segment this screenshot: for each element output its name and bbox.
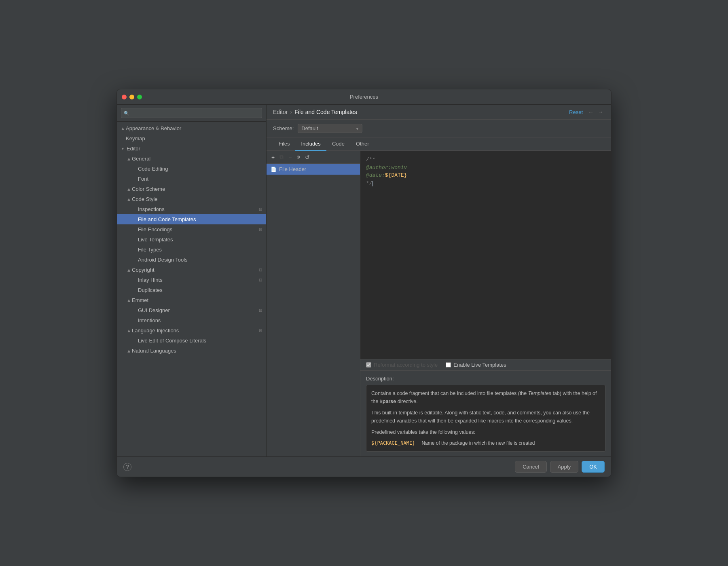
reset-list-button[interactable]: ↺	[303, 153, 311, 161]
scheme-label: Scheme:	[273, 125, 294, 131]
duplicate-button[interactable]: ⊕	[295, 154, 302, 161]
search-wrapper: 🔍	[121, 108, 262, 118]
code-line-2: @author:woniv	[366, 164, 605, 172]
sidebar-item-copyright[interactable]: ▶ Copyright ⊟	[117, 265, 266, 275]
panel-body: + ⧉ − ⊕ ↺ 📄 File Header	[267, 151, 611, 456]
scheme-bar: Scheme: Default ▼	[267, 120, 611, 137]
templates-italic: Templates	[528, 391, 551, 396]
sidebar-item-file-and-code-templates[interactable]: ▶ File and Code Templates	[117, 214, 266, 224]
sidebar-item-label: Editor	[127, 146, 140, 152]
nav-back-button[interactable]: ←	[587, 109, 595, 115]
editor-footer: Reformat according to style Enable Live …	[360, 359, 611, 370]
chevron-icon: ▶	[127, 268, 131, 271]
sidebar-item-code-style[interactable]: ▶ Code Style	[117, 194, 266, 204]
list-item-label: File Header	[279, 166, 306, 172]
sidebar-item-duplicates[interactable]: ▶ Duplicates	[117, 285, 266, 295]
sidebar-item-general[interactable]: ▶ General	[117, 154, 266, 164]
title-bar: Preferences	[117, 89, 611, 105]
sidebar-item-label: Code Style	[132, 196, 158, 202]
nav-forward-button[interactable]: →	[597, 109, 605, 115]
live-templates-checkbox[interactable]	[446, 362, 451, 367]
sidebar-item-code-editing[interactable]: ▶ Code Editing	[117, 164, 266, 174]
sidebar-item-label: Android Design Tools	[138, 257, 188, 263]
search-icon: 🔍	[124, 110, 129, 116]
bottom-left: ?	[123, 463, 131, 471]
search-input[interactable]	[121, 108, 262, 118]
sidebar-item-emmet[interactable]: ▶ Emmet	[117, 295, 266, 305]
chevron-icon: ▶	[127, 349, 131, 352]
sidebar-item-live-edit-compose[interactable]: ▶ Live Edit of Compose Literals	[117, 336, 266, 346]
inlay-hints-badge: ⊟	[259, 278, 262, 282]
breadcrumb-separator: ›	[290, 109, 292, 115]
add-button[interactable]: +	[270, 153, 276, 161]
remove-button[interactable]: −	[287, 153, 293, 161]
reformat-checkbox-item[interactable]: Reformat according to style	[366, 362, 438, 368]
minimize-button[interactable]	[129, 95, 134, 99]
chevron-icon: ▶	[121, 127, 125, 130]
live-templates-checkbox-item[interactable]: Enable Live Templates	[446, 362, 506, 368]
copy-button[interactable]: ⧉	[278, 153, 285, 161]
close-button[interactable]	[122, 95, 127, 99]
main-content: 🔍 ▶ Appearance & Behavior ▶ Keymap ▼	[117, 105, 611, 456]
tab-files[interactable]: Files	[273, 137, 295, 151]
desc-text-3: Predefined variables take the following …	[371, 428, 600, 436]
sidebar-item-label: Inlay Hints	[138, 277, 163, 283]
sidebar-item-intentions[interactable]: ▶ Intentions	[117, 315, 266, 325]
sidebar-item-color-scheme[interactable]: ▶ Color Scheme	[117, 184, 266, 194]
file-encodings-badge: ⊟	[259, 227, 262, 232]
sidebar-item-label: General	[132, 156, 150, 162]
sidebar-item-label: Keymap	[126, 135, 145, 142]
sidebar-item-keymap[interactable]: ▶ Keymap	[117, 133, 266, 144]
sidebar-item-file-types[interactable]: ▶ File Types	[117, 245, 266, 255]
ok-button[interactable]: OK	[582, 461, 605, 473]
sidebar-item-appearance[interactable]: ▶ Appearance & Behavior	[117, 123, 266, 133]
sidebar-item-natural-languages[interactable]: ▶ Natural Languages	[117, 346, 266, 356]
sidebar-item-language-injections[interactable]: ▶ Language Injections ⊟	[117, 325, 266, 336]
sidebar-item-font[interactable]: ▶ Font	[117, 174, 266, 184]
list-toolbar: + ⧉ − ⊕ ↺	[267, 151, 360, 164]
main-panel: Editor › File and Code Templates Reset ←…	[267, 105, 611, 456]
list-item-file-header[interactable]: 📄 File Header	[267, 164, 360, 175]
sidebar-item-label: Intentions	[138, 317, 161, 323]
bottom-bar: ? Cancel Apply OK	[117, 456, 611, 477]
chevron-icon: ▶	[127, 188, 131, 190]
sidebar-item-label: Code Editing	[138, 166, 168, 172]
sidebar-item-android-design-tools[interactable]: ▶ Android Design Tools	[117, 255, 266, 265]
sidebar-item-label: Duplicates	[138, 287, 163, 293]
sidebar: 🔍 ▶ Appearance & Behavior ▶ Keymap ▼	[117, 105, 267, 456]
window-title: Preferences	[350, 94, 378, 100]
apply-button[interactable]: Apply	[550, 461, 579, 473]
sidebar-item-file-encodings[interactable]: ▶ File Encodings ⊟	[117, 224, 266, 234]
chevron-icon: ▶	[127, 157, 131, 160]
sidebar-item-editor[interactable]: ▼ Editor	[117, 144, 266, 154]
sidebar-item-gui-designer[interactable]: ▶ GUI Designer ⊟	[117, 305, 266, 315]
code-editor[interactable]: /** @author:woniv @date:${DATE} */	[360, 151, 611, 359]
desc-text-2: This built-in template is editable. Alon…	[371, 409, 600, 425]
panel-header: Editor › File and Code Templates Reset ←…	[267, 105, 611, 120]
list-panel: + ⧉ − ⊕ ↺ 📄 File Header	[267, 151, 360, 456]
chevron-icon: ▶	[127, 299, 131, 302]
sidebar-item-label: Font	[138, 176, 148, 182]
sidebar-item-label: File and Code Templates	[138, 216, 196, 222]
tab-code[interactable]: Code	[326, 137, 350, 151]
sidebar-item-live-templates[interactable]: ▶ Live Templates	[117, 234, 266, 245]
maximize-button[interactable]	[137, 95, 142, 99]
cancel-button[interactable]: Cancel	[515, 461, 546, 473]
sidebar-item-label: Copyright	[132, 267, 154, 273]
tab-other[interactable]: Other	[350, 137, 375, 151]
help-button[interactable]: ?	[123, 463, 131, 471]
lang-inject-badge: ⊟	[259, 328, 262, 333]
preferences-window: Preferences 🔍 ▶ Appearance & Behavior ▶	[116, 89, 612, 477]
sidebar-item-label: Natural Languages	[132, 348, 176, 354]
sidebar-item-inlay-hints[interactable]: ▶ Inlay Hints ⊟	[117, 275, 266, 285]
copyright-badge: ⊟	[259, 268, 262, 272]
desc-var-package-name: ${PACKAGE_NAME}	[371, 439, 415, 447]
reformat-checkbox[interactable]	[366, 362, 371, 367]
code-line-3: @date:${DATE}	[366, 171, 605, 180]
scheme-select[interactable]: Default	[298, 124, 362, 133]
reset-button[interactable]: Reset	[569, 109, 583, 115]
sidebar-item-inspections[interactable]: ▶ Inspections ⊟	[117, 204, 266, 214]
nav-arrows: ← →	[587, 109, 605, 115]
inspections-badge: ⊟	[259, 207, 262, 211]
tab-includes[interactable]: Includes	[295, 137, 326, 151]
